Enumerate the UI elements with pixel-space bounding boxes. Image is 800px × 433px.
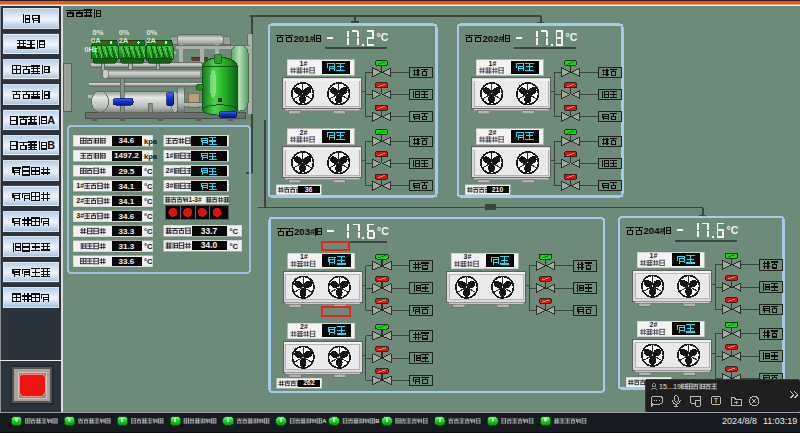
svg-text:°C: °C [144, 197, 153, 206]
svg-text:°C: °C [230, 242, 239, 251]
svg-text:°C: °C [144, 242, 153, 251]
svg-text:262: 262 [303, 379, 315, 386]
svg-text:°C: °C [377, 225, 389, 237]
svg-text:2#: 2# [489, 129, 497, 136]
svg-text:2024/8/8: 2024/8/8 [722, 416, 757, 426]
svg-text:1-3#: 1-3# [189, 196, 202, 203]
svg-text:°C: °C [566, 31, 578, 43]
svg-text:°C: °C [230, 227, 239, 236]
svg-text:°C: °C [727, 224, 739, 236]
svg-text:33.7: 33.7 [201, 226, 218, 236]
svg-text:29.5: 29.5 [119, 167, 135, 176]
svg-text:2A: 2A [119, 36, 129, 45]
svg-text:°C: °C [144, 257, 153, 266]
svg-text:31.3: 31.3 [119, 242, 135, 251]
svg-text:34.6: 34.6 [119, 136, 135, 145]
svg-text:34.1: 34.1 [119, 182, 135, 191]
svg-text:1#: 1# [489, 60, 497, 67]
svg-text:B: B [47, 139, 55, 151]
svg-text:201#: 201# [294, 33, 316, 44]
svg-text:1#: 1# [76, 181, 84, 190]
svg-text:A: A [47, 114, 55, 126]
svg-text:2#: 2# [76, 196, 84, 205]
svg-text:202#: 202# [483, 33, 505, 44]
svg-text:3#: 3# [464, 253, 472, 260]
svg-text:°C: °C [144, 227, 153, 236]
svg-text:1#: 1# [650, 252, 658, 259]
svg-text:1#: 1# [166, 151, 174, 160]
svg-text:1#: 1# [300, 253, 308, 260]
svg-text:1497.2: 1497.2 [114, 151, 139, 160]
svg-text:°C: °C [144, 182, 153, 191]
svg-text:1#: 1# [300, 60, 308, 67]
svg-text:15...19: 15...19 [659, 382, 681, 391]
svg-text:204#: 204# [644, 225, 666, 236]
svg-text:3#: 3# [76, 211, 84, 220]
svg-text:36: 36 [305, 186, 313, 193]
svg-text:2#: 2# [650, 321, 658, 328]
svg-text:B: B [375, 418, 380, 424]
svg-text:°C: °C [144, 167, 153, 176]
svg-text:°C: °C [144, 212, 153, 221]
svg-text:33.3: 33.3 [119, 227, 135, 236]
svg-text:210: 210 [492, 186, 504, 193]
svg-text:A: A [322, 418, 327, 424]
svg-text:2#: 2# [166, 166, 174, 175]
svg-text:11:03:19: 11:03:19 [763, 416, 797, 426]
svg-text:34.6: 34.6 [119, 212, 135, 221]
svg-text:34.0: 34.0 [201, 240, 218, 250]
svg-text:°C: °C [377, 31, 389, 43]
svg-text:kpa: kpa [144, 152, 158, 161]
svg-text:2#: 2# [300, 323, 308, 330]
svg-text:T: T [714, 397, 718, 404]
svg-text:2#: 2# [300, 129, 308, 136]
svg-text:33.6: 33.6 [119, 257, 135, 266]
svg-text:0Hz: 0Hz [85, 45, 98, 54]
svg-text:203#: 203# [294, 226, 316, 237]
svg-text:34.1: 34.1 [119, 197, 135, 206]
svg-text:3#: 3# [166, 181, 174, 190]
svg-text:kpa: kpa [144, 137, 158, 146]
svg-text:2A: 2A [146, 36, 156, 45]
